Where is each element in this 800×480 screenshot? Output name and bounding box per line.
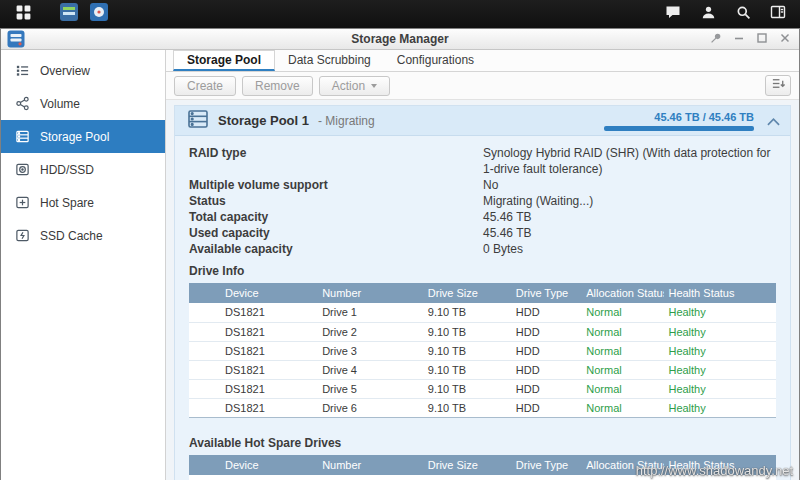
open-app-button-1[interactable] — [58, 3, 80, 25]
drive-cell: DS1821 — [189, 303, 318, 322]
storage-pool-card-header[interactable]: Storage Pool 1 - Migrating 45.46 TB / 45… — [175, 106, 790, 136]
pool-state: - Migrating — [318, 114, 375, 128]
drive-cell: HDD — [512, 303, 582, 322]
drive-cell: 9.10 TB — [424, 341, 512, 360]
create-button[interactable]: Create — [174, 76, 236, 96]
detail-label: Used capacity — [189, 225, 483, 241]
remove-button-label: Remove — [255, 79, 300, 93]
user-menu-button[interactable] — [698, 3, 718, 25]
collapse-panel-button[interactable] — [767, 112, 780, 130]
action-button[interactable]: Action — [319, 76, 390, 96]
sidebar-item-label: HDD/SSD — [40, 163, 94, 177]
column-header-drive-size[interactable]: Drive Size — [424, 455, 512, 475]
tab-data-scrubbing[interactable]: Data Scrubbing — [275, 50, 384, 71]
drive-row[interactable]: DS1821Drive 29.10 TBHDDNormalHealthy — [189, 322, 776, 341]
drive-cell: Drive 3 — [318, 341, 424, 360]
hot-spare-plus-icon — [14, 195, 30, 211]
sidebar-item-volume[interactable]: Volume — [1, 87, 165, 120]
column-header-number[interactable]: Number — [318, 283, 424, 303]
storage-pool-details: RAID type Synology Hybrid RAID (SHR) (Wi… — [175, 136, 790, 480]
search-button[interactable] — [733, 3, 753, 25]
drive-cell: HDD — [512, 360, 582, 379]
drive-cell: HDD — [512, 322, 582, 341]
tab-storage-pool[interactable]: Storage Pool — [173, 50, 275, 71]
hot-spare-title: Available Hot Spare Drives — [189, 436, 776, 450]
sidebar-item-ssd-cache[interactable]: SSD Cache — [1, 219, 165, 252]
chat-bubble-icon — [665, 4, 681, 24]
drive-row[interactable]: DS1821Drive 19.10 TBHDDNormalHealthy — [189, 303, 776, 322]
notifications-button[interactable] — [663, 3, 683, 25]
main-area: Storage Pool Data Scrubbing Configuratio… — [166, 50, 799, 480]
drive-row[interactable]: DS1821Drive 69.10 TBHDDNormalHealthy — [189, 398, 776, 417]
sidebar-item-storage-pool[interactable]: Storage Pool — [1, 120, 165, 153]
sidebar-item-label: SSD Cache — [40, 229, 103, 243]
user-icon — [701, 5, 716, 24]
sidebar-item-label: Volume — [40, 97, 80, 111]
column-header-health-status[interactable]: Health Status — [664, 283, 776, 303]
minimize-icon — [733, 30, 745, 48]
detail-row: RAID type Synology Hybrid RAID (SHR) (Wi… — [189, 145, 776, 177]
sidebar-item-label: Storage Pool — [40, 130, 109, 144]
window-controls — [710, 29, 791, 49]
window-titlebar[interactable]: Storage Manager — [1, 29, 799, 50]
drive-cell: Normal — [582, 322, 664, 341]
create-button-label: Create — [187, 79, 223, 93]
drive-row[interactable]: DS1821Drive 49.10 TBHDDNormalHealthy — [189, 360, 776, 379]
taskbar — [0, 0, 800, 28]
drive-row[interactable]: DS1821Drive 39.10 TBHDDNormalHealthy — [189, 341, 776, 360]
column-header-drive-size[interactable]: Drive Size — [424, 283, 512, 303]
main-menu-button[interactable] — [10, 2, 36, 26]
column-header-device[interactable]: Device — [189, 283, 318, 303]
maximize-button[interactable] — [756, 30, 768, 48]
storage-manager-window: Storage Manager — [0, 28, 800, 480]
tab-configurations[interactable]: Configurations — [384, 50, 487, 71]
drive-cell: HDD — [512, 379, 582, 398]
capacity-progress-bar — [604, 126, 754, 131]
sidebar-item-hdd-ssd[interactable]: HDD/SSD — [1, 153, 165, 186]
column-header-drive-type[interactable]: Drive Type — [512, 455, 582, 475]
drive-cell: Normal — [582, 398, 664, 417]
column-header-number[interactable]: Number — [318, 455, 424, 475]
minimize-button[interactable] — [733, 30, 745, 48]
overview-list-icon — [14, 63, 30, 79]
drive-cell: Drive 1 — [318, 303, 424, 322]
drive-cell: Healthy — [664, 322, 776, 341]
sidebar-item-label: Overview — [40, 64, 90, 78]
pin-button[interactable] — [710, 30, 722, 48]
detail-label: Total capacity — [189, 209, 483, 225]
main-menu-grid-icon — [15, 4, 32, 25]
drive-cell: DS1821 — [189, 360, 318, 379]
open-apps — [58, 3, 110, 25]
open-app-button-storage-manager[interactable] — [88, 3, 110, 25]
drive-cell: DS1821 — [189, 379, 318, 398]
pool-capacity-block: 45.46 TB / 45.46 TB — [604, 111, 780, 131]
detail-value: 0 Bytes — [483, 241, 776, 257]
drive-cell: DS1821 — [189, 398, 318, 417]
column-header-device[interactable]: Device — [189, 455, 318, 475]
taskbar-right — [663, 3, 790, 25]
drive-info-header-row: DeviceNumberDrive SizeDrive TypeAllocati… — [189, 283, 776, 303]
drive-cell: Healthy — [664, 379, 776, 398]
caret-down-icon — [371, 84, 377, 88]
remove-button[interactable]: Remove — [242, 76, 313, 96]
drive-cell: 9.10 TB — [424, 398, 512, 417]
column-header-drive-type[interactable]: Drive Type — [512, 283, 582, 303]
sidebar-item-hot-spare[interactable]: Hot Spare — [1, 186, 165, 219]
detail-row: Multiple volume support No — [189, 177, 776, 193]
drive-cell: Healthy — [664, 303, 776, 322]
detail-label: Status — [189, 193, 483, 209]
drive-cell: HDD — [512, 398, 582, 417]
widgets-button[interactable] — [768, 3, 788, 25]
chevron-up-icon — [767, 112, 780, 130]
drive-cell: Healthy — [664, 360, 776, 379]
drive-cell: DS1821 — [189, 322, 318, 341]
detail-row: Used capacity 45.46 TB — [189, 225, 776, 241]
close-button[interactable] — [779, 30, 791, 48]
drive-row[interactable]: DS1821Drive 59.10 TBHDDNormalHealthy — [189, 379, 776, 398]
sidebar-item-overview[interactable]: Overview — [1, 54, 165, 87]
hdd-disk-icon — [14, 162, 30, 178]
column-header-allocation-status[interactable]: Allocation Status — [582, 283, 664, 303]
drive-cell: 9.10 TB — [424, 322, 512, 341]
view-options-button[interactable] — [765, 75, 791, 96]
storage-pool-card: Storage Pool 1 - Migrating 45.46 TB / 45… — [174, 105, 791, 480]
